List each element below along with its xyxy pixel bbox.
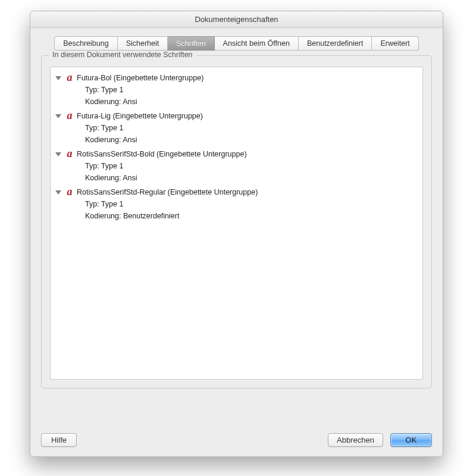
ok-button[interactable]: OK [390,433,432,447]
font-row[interactable]: aFutura-Lig (Eingebettete Untergruppe) [55,110,418,122]
cancel-button[interactable]: Abbrechen [328,433,383,447]
fonts-groupbox: In diesem Dokument verwendete Schriften … [41,55,432,389]
font-item: aRotisSansSerifStd-Bold (Eingebettete Un… [55,147,418,185]
font-row[interactable]: aRotisSansSerifStd-Bold (Eingebettete Un… [55,148,418,160]
tab-ansicht-beim-ffnen[interactable]: Ansicht beim Öffnen [215,36,299,51]
font-type-label: Typ: Type 1 [55,122,418,134]
font-name-label: RotisSansSerifStd-Bold (Eingebettete Unt… [77,148,247,160]
document-properties-dialog: Dokumenteigenschaften BeschreibungSicher… [30,11,443,457]
help-button[interactable]: Hilfe [41,433,77,447]
dialog-title: Dokumenteigenschaften [30,11,443,28]
disclosure-triangle-icon[interactable] [55,114,61,118]
font-type-label: Typ: Type 1 [55,198,418,210]
font-name-label: Futura-Lig (Eingebettete Untergruppe) [77,110,203,122]
font-encoding-label: Kodierung: Benutzerdefiniert [55,210,418,222]
dialog-content: BeschreibungSicherheitSchriftenAnsicht b… [30,28,443,456]
font-row[interactable]: aFutura-Bol (Eingebettete Untergruppe) [55,72,418,84]
disclosure-triangle-icon[interactable] [55,152,61,156]
font-glyph-icon: a [64,111,75,120]
font-item: aFutura-Bol (Eingebettete Untergruppe)Ty… [55,71,418,109]
tab-bar: BeschreibungSicherheitSchriftenAnsicht b… [41,36,432,51]
font-type-label: Typ: Type 1 [55,160,418,172]
dialog-button-row: Hilfe Abbrechen OK [41,433,432,447]
font-item: aRotisSansSerifStd-Regular (Eingebettete… [55,185,418,223]
fonts-tree[interactable]: aFutura-Bol (Eingebettete Untergruppe)Ty… [50,67,423,380]
font-item: aFutura-Lig (Eingebettete Untergruppe)Ty… [55,109,418,147]
tab-benutzerdefiniert[interactable]: Benutzerdefiniert [299,36,372,51]
font-row[interactable]: aRotisSansSerifStd-Regular (Eingebettete… [55,186,418,198]
tab-erweitert[interactable]: Erweitert [372,36,418,51]
font-encoding-label: Kodierung: Ansi [55,134,418,146]
font-encoding-label: Kodierung: Ansi [55,172,418,184]
tab-beschreibung[interactable]: Beschreibung [54,36,117,51]
tab-sicherheit[interactable]: Sicherheit [118,36,168,51]
font-name-label: RotisSansSerifStd-Regular (Eingebettete … [77,186,258,198]
font-glyph-icon: a [64,187,75,196]
font-glyph-icon: a [64,149,75,158]
tab-schriften[interactable]: Schriften [168,36,214,51]
disclosure-triangle-icon[interactable] [55,76,61,80]
font-encoding-label: Kodierung: Ansi [55,96,418,108]
disclosure-triangle-icon[interactable] [55,190,61,195]
font-name-label: Futura-Bol (Eingebettete Untergruppe) [77,72,203,84]
groupbox-title: In diesem Dokument verwendete Schriften [49,51,196,59]
font-glyph-icon: a [64,73,75,82]
font-type-label: Typ: Type 1 [55,84,418,96]
